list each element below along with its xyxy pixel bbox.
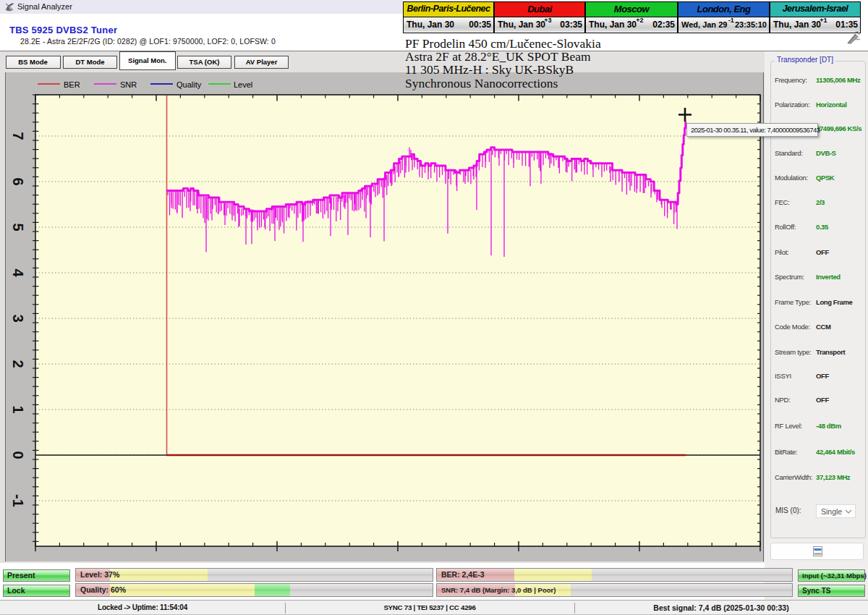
svg-text:7: 7 [10,132,26,140]
svg-text:1: 1 [10,405,26,413]
svg-text:5: 5 [10,223,26,231]
svg-text:-1: -1 [10,494,26,507]
svg-text:0: 0 [10,451,26,459]
svg-text:2: 2 [10,360,26,368]
svg-text:4: 4 [10,268,26,277]
svg-text:6: 6 [10,177,26,185]
svg-text:3: 3 [10,314,26,322]
